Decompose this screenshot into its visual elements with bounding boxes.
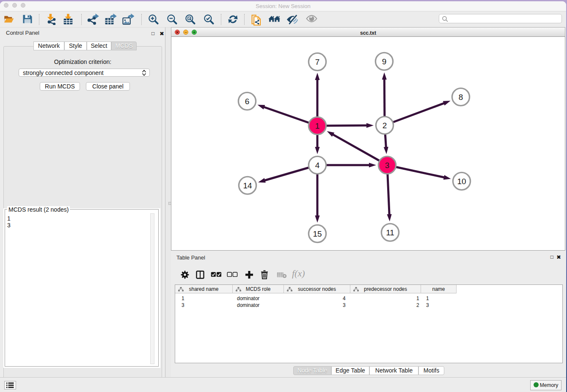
svg-text:11: 11 — [386, 228, 394, 237]
svg-text:6: 6 — [245, 97, 250, 106]
svg-text:14: 14 — [243, 181, 252, 190]
svg-text:7: 7 — [315, 58, 320, 66]
svg-text:4: 4 — [315, 161, 320, 170]
svg-text:10: 10 — [457, 177, 466, 186]
svg-text:2: 2 — [383, 121, 387, 130]
svg-text:8: 8 — [459, 93, 463, 102]
svg-text:15: 15 — [313, 229, 322, 238]
svg-text:9: 9 — [382, 57, 387, 66]
svg-text:1: 1 — [315, 121, 320, 130]
svg-text:3: 3 — [385, 161, 390, 170]
